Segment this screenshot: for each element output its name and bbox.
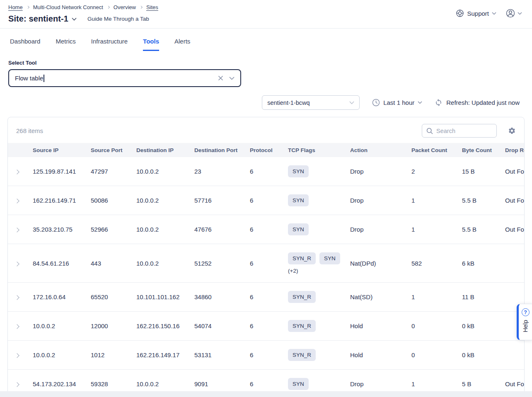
cell-dst: 10.0.0.2	[136, 186, 194, 215]
tcp-flag-badge: SYN_R	[288, 291, 316, 303]
search-input[interactable]	[436, 128, 486, 134]
expand-cell	[8, 312, 33, 341]
column-header-drop-reason: Drop Reason	[505, 143, 525, 157]
cell-packet-count: 2	[411, 157, 462, 186]
tcp-flag-badge: SYN_R	[288, 349, 316, 361]
column-header-packet-count: Packet Count	[411, 143, 462, 157]
breadcrumb-item-overview: Overview	[114, 4, 136, 10]
cell-dport: 51252	[194, 244, 250, 283]
chevron-down-icon	[418, 101, 422, 104]
tcp-flag-badge: SYN_R	[288, 252, 316, 264]
expand-cell	[8, 244, 33, 283]
chevron-down-icon[interactable]	[72, 17, 77, 21]
table-settings-button[interactable]	[508, 127, 516, 135]
table-row: 35.203.210.755296610.0.0.2476766SYNDrop1…	[8, 215, 525, 244]
select-tool-section: Select Tool Flow table	[8, 60, 532, 87]
tab-dashboard[interactable]: Dashboard	[10, 38, 40, 51]
support-menu[interactable]: Support	[456, 9, 496, 17]
cell-sport: 65520	[91, 283, 136, 312]
breadcrumb-item-multi-cloud-network-connect: Multi-Cloud Network Connect	[33, 4, 103, 10]
tab-alerts[interactable]: Alerts	[174, 38, 190, 51]
cell-proto: 6	[250, 341, 288, 370]
expand-row-icon[interactable]	[15, 324, 19, 329]
expand-row-icon[interactable]	[15, 382, 19, 387]
node-select-value: sentient-1-bcwq	[267, 99, 310, 106]
expand-row-icon[interactable]	[15, 169, 19, 174]
cell-byte-count: 11 B	[462, 283, 505, 312]
cell-drop-reason: Out For	[505, 186, 525, 215]
cell-sport: 47297	[91, 157, 136, 186]
tcp-flag-badge: SYN	[319, 252, 340, 264]
cell-packet-count: 1	[411, 283, 462, 312]
cell-tcp-flags: SYN_RSYN(+2)	[288, 244, 350, 283]
search-box[interactable]	[422, 124, 497, 138]
table-row: 84.54.61.21644310.0.0.2512526SYN_RSYN(+2…	[8, 244, 525, 283]
tab-infrastructure[interactable]: Infrastructure	[91, 38, 128, 51]
expand-cell	[8, 215, 33, 244]
clear-icon[interactable]	[218, 75, 223, 81]
cell-packet-count: 0	[411, 341, 462, 370]
chevron-down-icon	[349, 101, 354, 104]
guide-me-link[interactable]: Guide Me Through a Tab	[87, 16, 149, 22]
tab-metrics[interactable]: Metrics	[56, 38, 75, 51]
flag-badges: SYN_R	[288, 349, 343, 361]
cell-packet-count: 582	[411, 244, 462, 283]
user-menu[interactable]	[505, 8, 522, 18]
cell-drop-reason: Out For	[505, 215, 525, 244]
table-row: 10.0.0.21012162.216.149.17531316SYN_RHol…	[8, 341, 525, 370]
cell-action: Drop	[350, 157, 411, 186]
time-range-select[interactable]: Last 1 hour	[372, 99, 422, 107]
column-header-destination-port: Destination Port	[194, 143, 250, 157]
tcp-flag-badge: SYN_R	[288, 320, 316, 332]
cell-dst: 162.216.150.16	[136, 312, 194, 341]
tcp-flag-badge: SYN	[288, 194, 309, 206]
flags-more-count[interactable]: (+2)	[288, 268, 343, 274]
expand-row-icon[interactable]	[15, 261, 19, 266]
chevron-down-icon	[517, 12, 522, 15]
cell-drop-reason	[505, 341, 525, 370]
cell-src: 172.16.0.64	[33, 283, 91, 312]
cell-tcp-flags: SYN	[288, 157, 350, 186]
cell-proto: 6	[250, 215, 288, 244]
breadcrumb-item-home[interactable]: Home	[8, 4, 23, 10]
flag-badges: SYN	[288, 165, 343, 177]
node-select[interactable]: sentient-1-bcwq	[262, 95, 360, 110]
cell-tcp-flags: SYN_R	[288, 283, 350, 312]
cell-proto: 6	[250, 244, 288, 283]
cell-action: Hold	[350, 312, 411, 341]
column-header-action: Action	[350, 143, 411, 157]
help-tab[interactable]: ? Help	[517, 304, 532, 340]
expand-row-icon[interactable]	[15, 353, 19, 358]
time-range-value: Last 1 hour	[383, 99, 414, 106]
chevron-right-icon	[27, 6, 29, 9]
flag-badges: SYN	[288, 378, 343, 390]
cell-tcp-flags: SYN_R	[288, 312, 350, 341]
cell-byte-count: 15 B	[462, 157, 505, 186]
column-header-tcp-flags: TCP Flags	[288, 143, 350, 157]
clock-icon	[372, 99, 380, 107]
table-row: 125.199.87.1414729710.0.0.2236SYNDrop215…	[8, 157, 525, 186]
breadcrumb-item-sites[interactable]: Sites	[146, 4, 158, 10]
search-icon	[426, 128, 433, 134]
expand-row-icon[interactable]	[15, 198, 19, 203]
cell-dport: 23	[194, 157, 250, 186]
cell-action: Nat(DPd)	[350, 244, 411, 283]
chevron-down-icon[interactable]	[229, 77, 235, 80]
cell-src: 125.199.87.141	[33, 157, 91, 186]
tab-bar: DashboardMetricsInfrastructureToolsAlert…	[0, 29, 532, 51]
expand-row-icon[interactable]	[15, 295, 19, 300]
tab-tools[interactable]: Tools	[143, 38, 159, 51]
column-header-source-ip: Source IP	[33, 143, 91, 157]
flag-badges: SYN_RSYN	[288, 252, 343, 264]
help-label: Help	[522, 320, 529, 332]
expand-row-icon[interactable]	[15, 228, 19, 232]
refresh-button[interactable]: Refresh: Updated just now	[435, 99, 520, 107]
cell-proto: 6	[250, 157, 288, 186]
flag-badges: SYN	[288, 223, 343, 235]
chevron-right-icon	[107, 6, 110, 9]
cell-dport: 57716	[194, 186, 250, 215]
top-header: HomeMulti-Cloud Network ConnectOverviewS…	[0, 0, 532, 28]
tool-select-input[interactable]: Flow table	[8, 69, 241, 87]
flow-table-card: 268 items Source IPSource PortDestinatio…	[7, 117, 525, 397]
expand-cell	[8, 283, 33, 312]
